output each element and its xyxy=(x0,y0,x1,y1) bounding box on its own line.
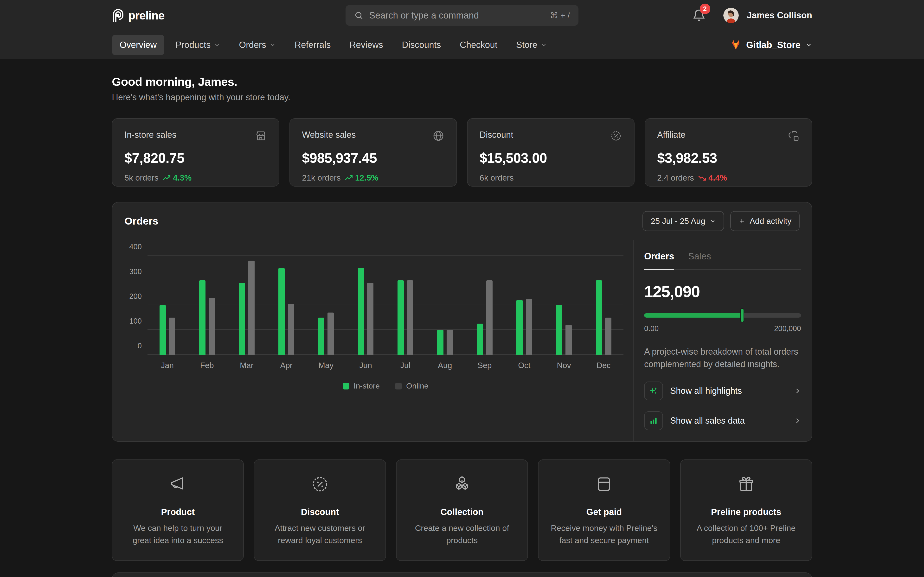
nav-item-products[interactable]: Products xyxy=(168,35,228,55)
stat-value: $15,503.00 xyxy=(480,150,622,166)
orders-chart: 0100200300400 JanFebMarAprMayJunJulAugSe… xyxy=(112,240,633,441)
preline-logo[interactable]: preline xyxy=(112,8,164,23)
bar-in-store-aug[interactable] xyxy=(437,330,443,355)
show-all-highlights-link[interactable]: Show all highlights xyxy=(644,382,801,400)
chevron-down-icon xyxy=(805,42,812,48)
add-activity-button[interactable]: Add activity xyxy=(730,211,800,231)
nav-item-reviews[interactable]: Reviews xyxy=(342,35,391,55)
bar-online-mar[interactable] xyxy=(248,261,255,355)
bar-group-mar[interactable] xyxy=(227,256,267,355)
x-tick-label: Sep xyxy=(465,361,505,370)
stat-orders: 2.4 orders xyxy=(657,173,694,182)
bar-in-store-jul[interactable] xyxy=(397,280,404,355)
bar-in-store-mar[interactable] xyxy=(239,283,245,355)
feature-card-preline-products[interactable]: Preline products A collection of 100+ Pr… xyxy=(680,459,812,561)
bar-online-dec[interactable] xyxy=(605,318,611,355)
feature-desc: Create a new collection of products xyxy=(407,522,517,546)
bar-group-oct[interactable] xyxy=(504,256,544,355)
feature-card-discount[interactable]: Discount Attract new customers or reward… xyxy=(254,459,386,561)
nav-item-discounts[interactable]: Discounts xyxy=(394,35,449,55)
bar-chart-icon xyxy=(644,411,663,430)
bar-online-nov[interactable] xyxy=(565,325,572,355)
bar-online-jul[interactable] xyxy=(407,280,413,355)
x-tick-label: Aug xyxy=(425,361,465,370)
bar-online-apr[interactable] xyxy=(288,304,294,355)
global-search[interactable]: ⌘ + / xyxy=(346,5,578,26)
nav-item-overview[interactable]: Overview xyxy=(112,35,164,55)
y-tick-label: 200 xyxy=(124,292,142,301)
tab-sales[interactable]: Sales xyxy=(688,251,711,269)
nav-item-referrals[interactable]: Referrals xyxy=(287,35,338,55)
bar-group-jan[interactable] xyxy=(147,256,187,355)
bar-group-nov[interactable] xyxy=(544,256,584,355)
legend-label: In-store xyxy=(354,382,380,390)
bar-online-aug[interactable] xyxy=(447,330,453,355)
legend-item-online[interactable]: Online xyxy=(395,382,428,390)
bar-group-may[interactable] xyxy=(306,256,346,355)
bar-group-feb[interactable] xyxy=(187,256,227,355)
bar-in-store-nov[interactable] xyxy=(556,305,562,355)
bar-in-store-oct[interactable] xyxy=(516,300,523,355)
y-tick-label: 0 xyxy=(124,342,142,350)
notifications-button[interactable]: 2 xyxy=(693,8,706,23)
store-selector[interactable]: Gitlab_Store xyxy=(730,40,812,50)
stat-card-affiliate[interactable]: Affiliate $3,982.53 2.4 orders 4.4% xyxy=(645,118,812,187)
globe-icon xyxy=(432,130,444,142)
nav-item-checkout[interactable]: Checkout xyxy=(452,35,505,55)
bar-group-aug[interactable] xyxy=(425,256,465,355)
bar-group-jun[interactable] xyxy=(346,256,386,355)
bar-in-store-sep[interactable] xyxy=(477,324,483,355)
legend-item-in-store[interactable]: In-store xyxy=(342,382,380,390)
bar-in-store-jun[interactable] xyxy=(358,268,364,355)
stat-label: Website sales xyxy=(302,130,355,140)
search-input[interactable] xyxy=(369,10,544,21)
bar-online-sep[interactable] xyxy=(486,280,493,355)
stat-card-discount[interactable]: Discount $15,503.00 6k orders xyxy=(467,118,635,187)
bar-online-jan[interactable] xyxy=(169,318,175,355)
cubes-icon xyxy=(452,475,472,493)
bar-group-jul[interactable] xyxy=(386,256,425,355)
feature-card-product[interactable]: Product We can help to turn your great i… xyxy=(112,459,244,561)
bar-online-jun[interactable] xyxy=(367,283,373,355)
bar-group-apr[interactable] xyxy=(267,256,306,355)
nav-item-orders[interactable]: Orders xyxy=(231,35,283,55)
feature-title: Get paid xyxy=(549,507,659,517)
date-range-button[interactable]: 25 Jul - 25 Aug xyxy=(643,211,724,231)
bar-group-dec[interactable] xyxy=(584,256,624,355)
bar-group-sep[interactable] xyxy=(465,256,505,355)
discount-badge-icon xyxy=(311,475,330,493)
chevron-right-icon xyxy=(794,417,801,424)
feature-card-get-paid[interactable]: Get paid Receive money with Preline's fa… xyxy=(538,459,670,561)
logo-text: preline xyxy=(128,9,164,22)
tab-orders[interactable]: Orders xyxy=(644,251,674,269)
bar-online-oct[interactable] xyxy=(526,299,532,355)
feature-desc: We can help to turn your great idea into… xyxy=(123,522,233,546)
bar-in-store-may[interactable] xyxy=(318,318,325,355)
orders-progress-slider[interactable] xyxy=(644,313,801,318)
stat-card-website-sales[interactable]: Website sales $985,937.45 21k orders 12.… xyxy=(289,118,457,187)
user-name[interactable]: James Collison xyxy=(747,10,812,21)
stat-card-in-store-sales[interactable]: In-store sales $7,820.75 5k orders 4.3% xyxy=(112,118,279,187)
bar-in-store-dec[interactable] xyxy=(596,280,602,355)
chart-x-axis: JanFebMarAprMayJunJulAugSepOctNovDec xyxy=(147,361,624,370)
avatar[interactable] xyxy=(723,8,739,23)
bar-in-store-apr[interactable] xyxy=(278,268,285,355)
x-tick-label: Jan xyxy=(147,361,187,370)
trend-up-icon xyxy=(163,175,171,181)
bar-in-store-jan[interactable] xyxy=(160,305,166,355)
bar-online-may[interactable] xyxy=(328,313,334,355)
bar-online-feb[interactable] xyxy=(208,298,215,355)
feature-card-collection[interactable]: Collection Create a new collection of pr… xyxy=(396,459,528,561)
greeting: Good morning, James. Here's what's happe… xyxy=(112,75,812,102)
show-all-sales-data-link[interactable]: Show all sales data xyxy=(644,411,801,430)
stat-label: Affiliate xyxy=(657,130,685,140)
feature-cards: Product We can help to turn your great i… xyxy=(112,459,812,561)
chevron-right-icon xyxy=(794,387,801,395)
stat-orders: 5k orders xyxy=(124,173,158,182)
nav-item-store[interactable]: Store xyxy=(509,35,555,55)
stat-cards: In-store sales $7,820.75 5k orders 4.3% … xyxy=(112,118,812,187)
chevron-down-icon xyxy=(270,42,276,48)
progress-thumb[interactable] xyxy=(740,308,744,322)
chart-legend: In-storeOnline xyxy=(147,382,624,390)
bar-in-store-feb[interactable] xyxy=(199,280,205,355)
